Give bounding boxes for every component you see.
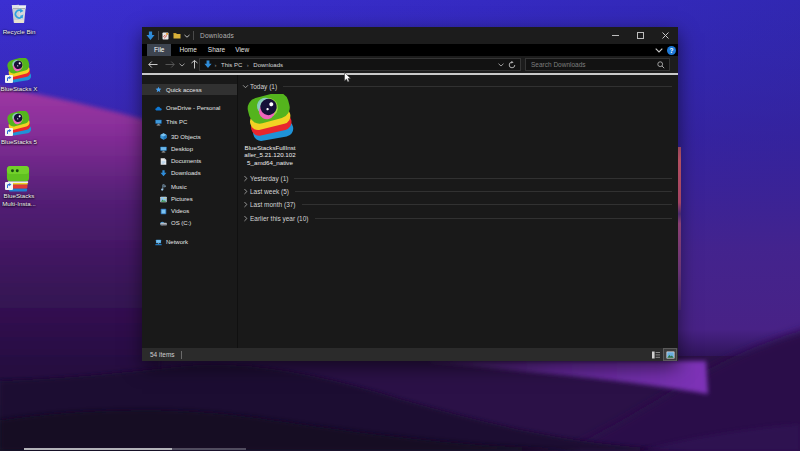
sidebar-item-label: Quick access [166, 87, 202, 93]
forward-button[interactable] [162, 57, 177, 72]
desktop-icon-label: BlueStacks 5 [0, 138, 38, 146]
sidebar-item-videos[interactable]: Videos [142, 206, 237, 217]
view-toggle-buttons [650, 349, 676, 360]
address-location-icon [204, 60, 212, 69]
desktop-icon-bluestacks-5[interactable]: BlueStacks 5 [0, 111, 38, 146]
sidebar-item-label: Desktop [171, 146, 193, 152]
desktop-icon-image [6, 58, 32, 82]
sidebar-item-pictures[interactable]: Pictures [142, 194, 237, 205]
group-header-earlier-this-year[interactable]: Earlier this year (10) [242, 212, 672, 224]
titlebar-separator [193, 31, 194, 40]
desktop-icon-bluestacks-multi-instance[interactable]: BlueStacks Multi-Insta... [0, 165, 38, 208]
group-separator-line [283, 86, 672, 87]
navigation-toolbar: › This PC › Downloads Search Downloads [142, 56, 678, 73]
file-name-line: aller_5.21.120.102 [238, 151, 302, 158]
sidebar-item-network[interactable]: Network [142, 237, 237, 248]
file-name: BlueStacksFullInst aller_5.21.120.102 5_… [238, 144, 302, 166]
group-header-label: Last week (5) [250, 188, 289, 195]
desktop-icon-label-line: BlueStacks [0, 192, 38, 200]
maximize-button[interactable] [628, 27, 653, 44]
search-box[interactable]: Search Downloads [525, 58, 670, 71]
address-dropdown-chevron-icon[interactable] [498, 63, 504, 67]
tab-file[interactable]: File [147, 44, 171, 56]
back-arrow-icon [148, 61, 158, 68]
local-disk-icon [160, 220, 167, 227]
svg-text:?: ? [670, 46, 674, 53]
shortcut-arrow-icon [5, 182, 13, 190]
breadcrumb-downloads[interactable]: Downloads [251, 62, 285, 68]
sidebar-item-documents[interactable]: Documents [142, 156, 237, 167]
refresh-icon[interactable] [508, 61, 516, 69]
large-icons-view-icon [666, 351, 675, 359]
details-view-button[interactable] [650, 349, 662, 360]
address-bar[interactable]: › This PC › Downloads [199, 58, 521, 71]
back-button[interactable] [145, 57, 160, 72]
ribbon-tab-bar: File Home Share View ? [142, 44, 678, 56]
recent-locations-button[interactable] [177, 57, 187, 72]
group-header-yesterday[interactable]: Yesterday (1) [242, 172, 672, 184]
group-header-last-month[interactable]: Last month (37) [242, 199, 672, 211]
chevron-right-icon[interactable] [242, 188, 249, 195]
search-icon[interactable] [657, 61, 665, 69]
status-separator [181, 351, 182, 359]
expand-ribbon-chevron-icon[interactable] [655, 48, 663, 53]
desktop-icon-recycle-bin[interactable]: Recycle Bin [0, 2, 38, 36]
sidebar-item-os-c[interactable]: OS (C:) [142, 218, 237, 229]
ribbon-right-controls: ? [655, 44, 676, 56]
tab-share[interactable]: Share [204, 44, 229, 56]
desktop-icon-image [9, 2, 29, 25]
minimize-icon [612, 32, 619, 39]
breadcrumb-this-pc[interactable]: This PC [219, 62, 244, 68]
title-bar[interactable]: Downloads [142, 27, 678, 44]
group-header-today[interactable]: Today (1) [242, 80, 672, 92]
file-item-bluestacks-installer[interactable]: BlueStacksFullInst aller_5.21.120.102 5_… [238, 94, 302, 166]
group-header-last-week[interactable]: Last week (5) [242, 186, 672, 198]
video-progress-track [172, 448, 246, 450]
properties-qat-icon[interactable] [162, 32, 169, 40]
sidebar-item-desktop[interactable]: Desktop [142, 144, 237, 155]
tab-home[interactable]: Home [175, 44, 200, 56]
address-bar-controls [498, 61, 519, 69]
maximize-icon [637, 32, 644, 39]
chevron-down-icon[interactable] [242, 83, 249, 90]
group-separator-line [302, 204, 672, 205]
mouse-cursor [344, 72, 352, 83]
sidebar-item-onedrive[interactable]: OneDrive - Personal [142, 103, 237, 114]
sidebar-item-3d-objects[interactable]: 3D Objects [142, 131, 237, 142]
help-icon[interactable]: ? [667, 46, 676, 55]
explorer-window: Downloads File Home Share View ? [142, 27, 678, 361]
downloads-folder-icon [146, 31, 155, 41]
status-bar: 54 items [142, 348, 678, 361]
desktop-icon-label-line: Multi-Insta... [0, 200, 38, 208]
network-icon [155, 239, 162, 246]
sidebar-item-this-pc[interactable]: This PC [142, 117, 237, 128]
minimize-button[interactable] [603, 27, 628, 44]
chevron-right-icon[interactable] [242, 201, 249, 208]
items-count: 54 items [150, 351, 175, 358]
window-title: Downloads [200, 32, 234, 39]
details-view-icon [652, 351, 660, 359]
breadcrumb-chevron: › [244, 62, 251, 68]
forward-arrow-icon [165, 61, 175, 68]
sidebar-item-downloads[interactable]: Downloads [142, 168, 237, 179]
chevron-right-icon[interactable] [242, 215, 249, 222]
desktop-icon-bluestacks-x[interactable]: BlueStacks X [0, 58, 38, 93]
desktop-icon-image [6, 111, 32, 135]
sidebar-item-quick-access[interactable]: Quick access [142, 84, 237, 95]
desktop-icon [160, 146, 167, 153]
new-folder-qat-icon[interactable] [173, 32, 181, 39]
large-icons-view-button[interactable] [664, 349, 676, 360]
sidebar-item-music[interactable]: Music [142, 182, 237, 193]
close-button[interactable] [653, 27, 678, 44]
qat-customize-chevron-icon[interactable] [184, 34, 190, 38]
wallpaper-pink-sliver [678, 147, 682, 310]
tab-view[interactable]: View [231, 44, 253, 56]
chevron-right-icon[interactable] [242, 175, 249, 182]
3d-objects-icon [160, 133, 167, 140]
desktop-icon-image [6, 165, 32, 189]
search-placeholder: Search Downloads [531, 61, 657, 68]
file-icon-container [245, 94, 295, 142]
recycle-bin-icon [9, 2, 29, 25]
sidebar-item-label: OS (C:) [171, 220, 191, 226]
desktop-icon-label: Recycle Bin [0, 28, 38, 36]
